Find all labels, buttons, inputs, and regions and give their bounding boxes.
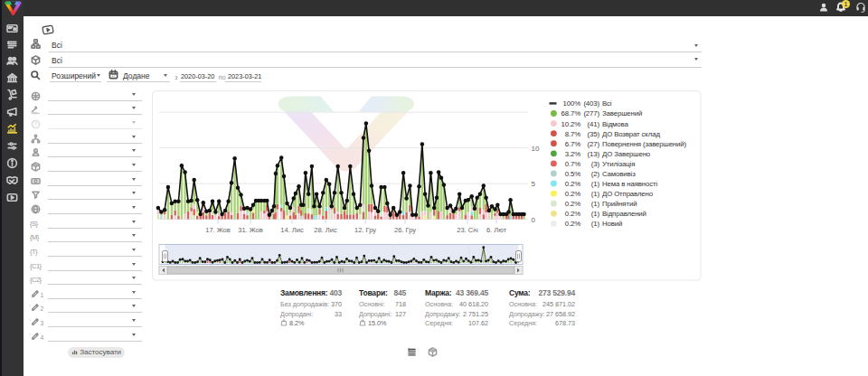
svg-text:68.7%: 68.7% (561, 109, 580, 118)
svg-text:(1): (1) (591, 200, 600, 208)
svg-text:0.2%: 0.2% (565, 220, 580, 228)
svg-text:(27): (27) (588, 140, 600, 148)
svg-text:14. Лис: 14. Лис (280, 226, 304, 234)
svg-text:Утилізація: Утилізація (602, 160, 635, 168)
svg-text:Завершений: Завершений (602, 109, 642, 118)
svg-text:10: 10 (532, 145, 540, 153)
svg-text:0.2%: 0.2% (565, 180, 580, 188)
svg-text:(1): (1) (591, 190, 600, 198)
svg-text:17: 17 (111, 74, 115, 78)
svg-text:(403): (403) (583, 99, 599, 108)
svg-text:31. Жов: 31. Жов (238, 226, 263, 234)
svg-text:ДО Отправлено: ДО Отправлено (602, 190, 654, 198)
svg-text:100%: 100% (563, 99, 581, 108)
svg-text:0.2%: 0.2% (565, 190, 580, 198)
svg-text:23. Січ: 23. Січ (457, 226, 478, 234)
svg-text:3.2%: 3.2% (565, 150, 580, 158)
svg-text:Відправлений: Відправлений (602, 210, 646, 218)
svg-text:0.2%: 0.2% (565, 200, 580, 208)
svg-text:Повернення (завершений): Повернення (завершений) (602, 140, 687, 148)
svg-text:(3): (3) (591, 160, 600, 168)
svg-text:(1): (1) (591, 180, 600, 188)
svg-text:(1): (1) (591, 220, 600, 228)
svg-text:0: 0 (532, 216, 536, 224)
svg-text:6.7%: 6.7% (565, 140, 580, 148)
svg-text:12. Гру: 12. Гру (354, 226, 376, 234)
svg-text:(13): (13) (588, 150, 600, 158)
svg-text:0.2%: 0.2% (565, 210, 580, 218)
svg-text:Всі: Всі (602, 99, 612, 108)
svg-text:Новий: Новий (602, 220, 622, 228)
svg-text:(277): (277) (583, 109, 599, 118)
svg-text:(2): (2) (591, 170, 600, 178)
svg-text:26. Гру: 26. Гру (394, 226, 416, 234)
svg-text:Прийнятий: Прийнятий (602, 200, 637, 208)
svg-text:ДО Возврат склад: ДО Возврат склад (602, 130, 660, 138)
svg-text:Самовивіз: Самовивіз (602, 170, 636, 178)
svg-text:17. Жов: 17. Жов (205, 226, 231, 234)
svg-text:8.7%: 8.7% (565, 130, 580, 138)
svg-text:?: ? (34, 121, 37, 127)
svg-text:0.5%: 0.5% (565, 170, 580, 178)
svg-text:10.2%: 10.2% (561, 120, 580, 128)
svg-text:(1): (1) (591, 210, 600, 218)
svg-text:5: 5 (532, 180, 536, 188)
svg-text:28. Лис: 28. Лис (314, 226, 337, 234)
svg-text:Нема в наявності: Нема в наявності (602, 180, 657, 188)
svg-text:0.7%: 0.7% (565, 160, 580, 168)
svg-text:6. Лют: 6. Лют (486, 226, 507, 234)
svg-text:(41): (41) (588, 120, 600, 128)
svg-text:Відмова: Відмова (602, 120, 629, 128)
svg-text:ДО Завершено: ДО Завершено (602, 150, 651, 158)
svg-text:(35): (35) (588, 130, 600, 138)
